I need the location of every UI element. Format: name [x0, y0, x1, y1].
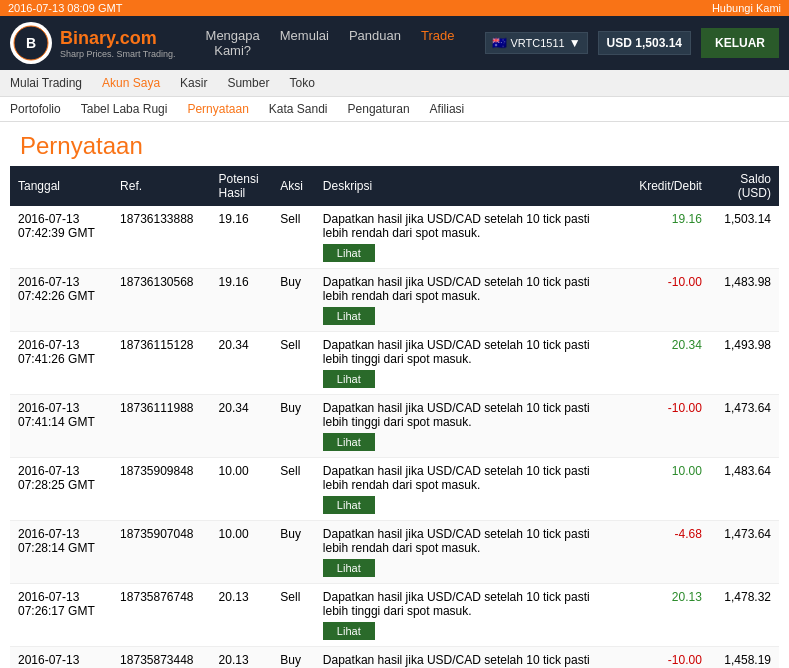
lihat-button[interactable]: Lihat — [323, 496, 375, 514]
cell-saldo: 1,473.64 — [710, 395, 779, 458]
nav-tabel-laba-rugi[interactable]: Tabel Laba Rugi — [81, 102, 168, 116]
nav-mengapa[interactable]: MengapaKami? — [206, 28, 260, 58]
cell-ref: 18736111988 — [112, 395, 210, 458]
main-nav: MengapaKami? Memulai Panduan Trade — [206, 28, 455, 58]
nav-kasir[interactable]: Kasir — [180, 76, 207, 90]
col-tanggal: Tanggal — [10, 166, 112, 206]
contact-link[interactable]: Hubungi Kami — [712, 2, 781, 14]
table-row: 2016-07-1307:26:05 GMT 18735873448 20.13… — [10, 647, 779, 669]
cell-ref: 18735876748 — [112, 584, 210, 647]
cell-ref: 18736115128 — [112, 332, 210, 395]
logo-icon: B — [10, 22, 52, 64]
header: B Binary.com Sharp Prices. Smart Trading… — [0, 16, 789, 70]
cell-saldo: 1,458.19 — [710, 647, 779, 669]
cell-ref: 18736130568 — [112, 269, 210, 332]
cell-aksi: Buy — [272, 269, 315, 332]
cell-date: 2016-07-1307:41:14 GMT — [10, 395, 112, 458]
cell-saldo: 1,493.98 — [710, 332, 779, 395]
cell-desc: Dapatkan hasil jika USD/CAD setelah 10 t… — [315, 584, 623, 647]
col-ref: Ref. — [112, 166, 210, 206]
table-row: 2016-07-1307:41:14 GMT 18736111988 20.34… — [10, 395, 779, 458]
nav-toko[interactable]: Toko — [289, 76, 314, 90]
cell-date: 2016-07-1307:41:26 GMT — [10, 332, 112, 395]
table-row: 2016-07-1307:28:25 GMT 18735909848 10.00… — [10, 458, 779, 521]
cell-ref: 18735909848 — [112, 458, 210, 521]
table-row: 2016-07-1307:42:26 GMT 18736130568 19.16… — [10, 269, 779, 332]
cell-desc: Dapatkan hasil jika USD/CAD setelah 10 t… — [315, 458, 623, 521]
dropdown-arrow-icon: ▼ — [569, 36, 581, 50]
cell-kredit: -10.00 — [623, 269, 710, 332]
table-row: 2016-07-1307:42:39 GMT 18736133888 19.16… — [10, 206, 779, 269]
cell-aksi: Sell — [272, 584, 315, 647]
cell-saldo: 1,483.98 — [710, 269, 779, 332]
cell-aksi: Buy — [272, 395, 315, 458]
cell-date: 2016-07-1307:28:14 GMT — [10, 521, 112, 584]
account-id: VRTC1511 — [511, 37, 565, 49]
table-row: 2016-07-1307:28:14 GMT 18735907048 10.00… — [10, 521, 779, 584]
balance-amount: USD 1,503.14 — [607, 36, 682, 50]
flag-icon: 🇦🇺 — [492, 36, 507, 50]
nav-pernyataan[interactable]: Pernyataan — [187, 102, 248, 116]
cell-kredit: 19.16 — [623, 206, 710, 269]
cell-potensi: 19.16 — [211, 206, 273, 269]
cell-aksi: Buy — [272, 521, 315, 584]
col-deskripsi: Deskripsi — [315, 166, 623, 206]
cell-saldo: 1,473.64 — [710, 521, 779, 584]
col-kredit: Kredit/Debit — [623, 166, 710, 206]
lihat-button[interactable]: Lihat — [323, 433, 375, 451]
cell-potensi: 19.16 — [211, 269, 273, 332]
cell-aksi: Buy — [272, 647, 315, 669]
cell-potensi: 10.00 — [211, 521, 273, 584]
table-row: 2016-07-1307:26:17 GMT 18735876748 20.13… — [10, 584, 779, 647]
balance-box: USD 1,503.14 — [598, 31, 691, 55]
cell-aksi: Sell — [272, 206, 315, 269]
cell-potensi: 20.34 — [211, 395, 273, 458]
tagline: Sharp Prices. Smart Trading. — [60, 49, 176, 59]
header-right: 🇦🇺 VRTC1511 ▼ USD 1,503.14 KELUAR — [485, 28, 780, 58]
cell-kredit: -10.00 — [623, 395, 710, 458]
logo-text: Binary.com Sharp Prices. Smart Trading. — [60, 28, 176, 59]
table-row: 2016-07-1307:41:26 GMT 18736115128 20.34… — [10, 332, 779, 395]
nav-afiliasi[interactable]: Afiliasi — [430, 102, 465, 116]
cell-kredit: 20.34 — [623, 332, 710, 395]
account-dropdown[interactable]: 🇦🇺 VRTC1511 ▼ — [485, 32, 588, 54]
cell-desc: Dapatkan hasil jika USD/CAD setelah 10 t… — [315, 332, 623, 395]
cell-desc: Dapatkan hasil jika USD/CAD setelah 10 t… — [315, 647, 623, 669]
cell-potensi: 10.00 — [211, 458, 273, 521]
cell-saldo: 1,478.32 — [710, 584, 779, 647]
table-header-row: Tanggal Ref. PotensiHasil Aksi Deskripsi… — [10, 166, 779, 206]
cell-potensi: 20.13 — [211, 584, 273, 647]
nav-kata-sandi[interactable]: Kata Sandi — [269, 102, 328, 116]
lihat-button[interactable]: Lihat — [323, 622, 375, 640]
lihat-button[interactable]: Lihat — [323, 559, 375, 577]
cell-kredit: -10.00 — [623, 647, 710, 669]
cell-desc: Dapatkan hasil jika USD/CAD setelah 10 t… — [315, 269, 623, 332]
lihat-button[interactable]: Lihat — [323, 370, 375, 388]
table-body: 2016-07-1307:42:39 GMT 18736133888 19.16… — [10, 206, 779, 668]
statement-table: Tanggal Ref. PotensiHasil Aksi Deskripsi… — [10, 166, 779, 668]
col-potensi: PotensiHasil — [211, 166, 273, 206]
col-saldo: Saldo(USD) — [710, 166, 779, 206]
nav-pengaturan[interactable]: Pengaturan — [348, 102, 410, 116]
cell-desc: Dapatkan hasil jika USD/CAD setelah 10 t… — [315, 206, 623, 269]
cell-aksi: Sell — [272, 332, 315, 395]
nav-sub: Portofolio Tabel Laba Rugi Pernyataan Ka… — [0, 97, 789, 122]
nav-memulai[interactable]: Memulai — [280, 28, 329, 58]
nav-mulai-trading[interactable]: Mulai Trading — [10, 76, 82, 90]
lihat-button[interactable]: Lihat — [323, 244, 375, 262]
cell-date: 2016-07-1307:26:17 GMT — [10, 584, 112, 647]
nav-sumber[interactable]: Sumber — [227, 76, 269, 90]
cell-kredit: -4.68 — [623, 521, 710, 584]
top-bar: 2016-07-13 08:09 GMT Hubungi Kami — [0, 0, 789, 16]
nav-panduan[interactable]: Panduan — [349, 28, 401, 58]
nav-akun-saya[interactable]: Akun Saya — [102, 76, 160, 90]
nav-portofolio[interactable]: Portofolio — [10, 102, 61, 116]
lihat-button[interactable]: Lihat — [323, 307, 375, 325]
nav-trade[interactable]: Trade — [421, 28, 454, 58]
cell-kredit: 20.13 — [623, 584, 710, 647]
keluar-button[interactable]: KELUAR — [701, 28, 779, 58]
cell-aksi: Sell — [272, 458, 315, 521]
nav-secondary: Mulai Trading Akun Saya Kasir Sumber Tok… — [0, 70, 789, 97]
cell-date: 2016-07-1307:28:25 GMT — [10, 458, 112, 521]
col-aksi: Aksi — [272, 166, 315, 206]
